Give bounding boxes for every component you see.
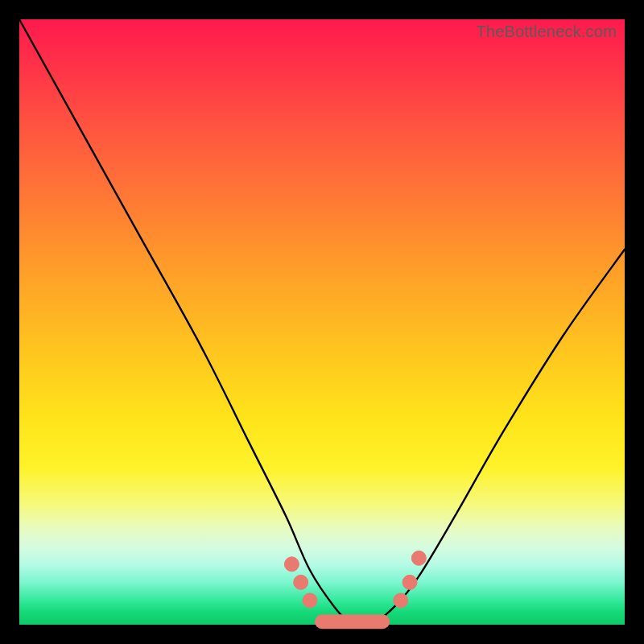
marker-dot bbox=[284, 557, 299, 572]
marker-dot bbox=[294, 575, 308, 589]
marker-dot bbox=[402, 575, 417, 589]
left-cluster-markers bbox=[284, 557, 317, 608]
plot-area: TheBottleneck.com bbox=[19, 19, 625, 625]
marker-dot bbox=[394, 593, 408, 608]
chart-frame: TheBottleneck.com bbox=[0, 0, 644, 644]
bottleneck-curve bbox=[19, 19, 625, 627]
bottleneck-curve-svg bbox=[19, 19, 625, 625]
marker-dot bbox=[411, 551, 426, 565]
right-cluster-markers bbox=[394, 551, 427, 608]
marker-dot bbox=[303, 593, 317, 608]
